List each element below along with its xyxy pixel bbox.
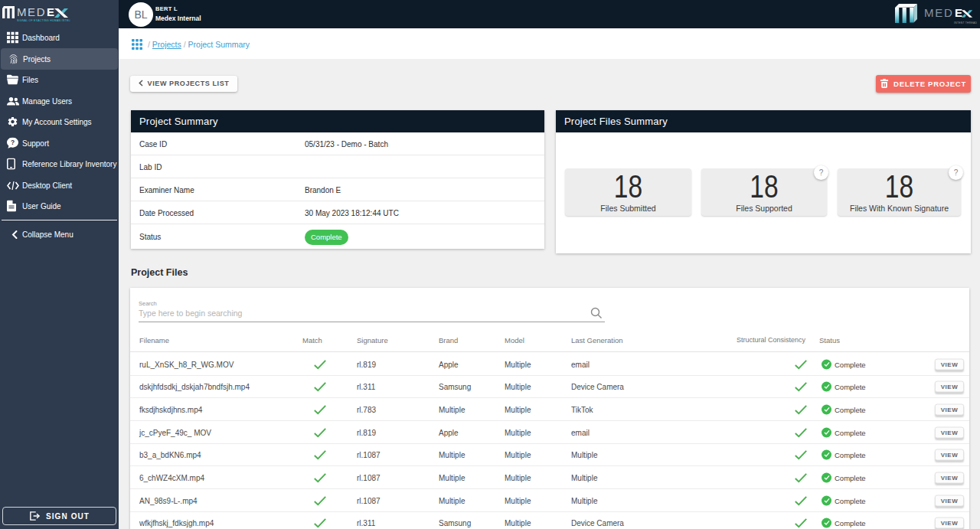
svg-text:?: ? [11, 138, 15, 145]
